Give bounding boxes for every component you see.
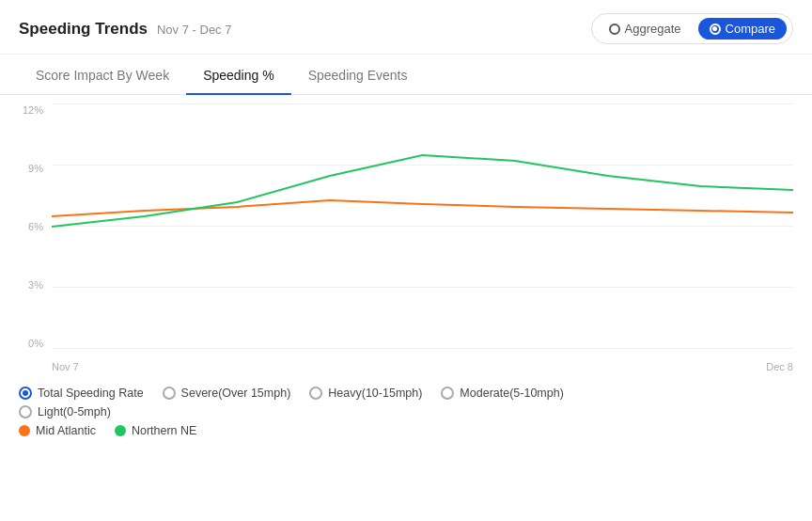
legend-row-2: Light(0-5mph) — [19, 405, 793, 418]
legend-radio-light — [19, 405, 32, 418]
legend-radio-heavy — [309, 387, 322, 400]
legend-filter-light-label: Light(0-5mph) — [38, 405, 111, 418]
x-label-nov7: Nov 7 — [52, 361, 79, 372]
tab-score-impact[interactable]: Score Impact By Week — [19, 55, 186, 94]
x-axis: Nov 7 Dec 8 — [52, 361, 793, 372]
legend-series-mid-atlantic-label: Mid Atlantic — [36, 424, 96, 437]
legend-series-mid-atlantic[interactable]: Mid Atlantic — [19, 424, 96, 437]
legend-filter-total[interactable]: Total Speeding Rate — [19, 387, 144, 400]
compare-toggle[interactable]: Compare — [698, 18, 787, 39]
legend-filter-heavy[interactable]: Heavy(10-15mph) — [309, 387, 422, 400]
legend-area: Total Speeding Rate Severe(Over 15mph) H… — [0, 377, 812, 449]
aggregate-toggle[interactable]: Aggregate — [598, 18, 693, 39]
legend-filter-moderate-label: Moderate(5-10mph) — [460, 387, 563, 400]
legend-radio-total — [19, 387, 32, 400]
app-title: Speeding Trends — [19, 20, 148, 39]
chart-area: 0% 3% 6% 9% 12% Nov 7 Dec 8 — [0, 95, 812, 377]
mid-atlantic-dot — [19, 425, 30, 436]
legend-filter-heavy-label: Heavy(10-15mph) — [328, 387, 422, 400]
aggregate-label: Aggregate — [625, 22, 681, 36]
legend-filter-severe-label: Severe(Over 15mph) — [181, 387, 291, 400]
date-range: Nov 7 - Dec 7 — [157, 23, 231, 37]
y-label-9: 9% — [9, 163, 43, 174]
tabs-bar: Score Impact By Week Speeding % Speeding… — [0, 55, 812, 95]
header: Speeding Trends Nov 7 - Dec 7 Aggregate … — [0, 0, 812, 55]
y-label-6: 6% — [9, 221, 43, 232]
legend-filter-light[interactable]: Light(0-5mph) — [19, 405, 111, 418]
y-label-12: 12% — [9, 104, 43, 116]
northern-ne-line — [52, 155, 793, 227]
legend-series-row: Mid Atlantic Northern NE — [19, 424, 793, 437]
tab-speeding-events-label: Speeding Events — [308, 68, 408, 83]
x-label-dec8: Dec 8 — [766, 361, 793, 372]
compare-radio — [710, 24, 721, 35]
legend-filter-moderate[interactable]: Moderate(5-10mph) — [441, 387, 563, 400]
compare-label: Compare — [726, 22, 775, 36]
legend-series-northern-ne-label: Northern NE — [132, 424, 196, 437]
y-label-0: 0% — [9, 338, 43, 349]
tab-speeding-pct-label: Speeding % — [203, 68, 274, 83]
header-left: Speeding Trends Nov 7 - Dec 7 — [19, 20, 231, 39]
chart-svg — [52, 104, 793, 349]
aggregate-radio — [609, 24, 620, 35]
legend-filter-total-label: Total Speeding Rate — [38, 387, 144, 400]
y-label-3: 3% — [9, 279, 43, 291]
tab-speeding-events[interactable]: Speeding Events — [291, 55, 425, 94]
tab-speeding-pct[interactable]: Speeding % — [186, 55, 291, 94]
legend-radio-moderate — [441, 387, 454, 400]
view-toggle-group: Aggregate Compare — [591, 13, 793, 44]
legend-filter-severe[interactable]: Severe(Over 15mph) — [163, 387, 291, 400]
tab-score-impact-label: Score Impact By Week — [36, 68, 169, 83]
legend-series-northern-ne[interactable]: Northern NE — [115, 424, 196, 437]
northern-ne-dot — [115, 425, 126, 436]
legend-filter-row: Total Speeding Rate Severe(Over 15mph) H… — [19, 387, 793, 400]
y-axis: 0% 3% 6% 9% 12% — [9, 104, 43, 349]
legend-radio-severe — [163, 387, 176, 400]
